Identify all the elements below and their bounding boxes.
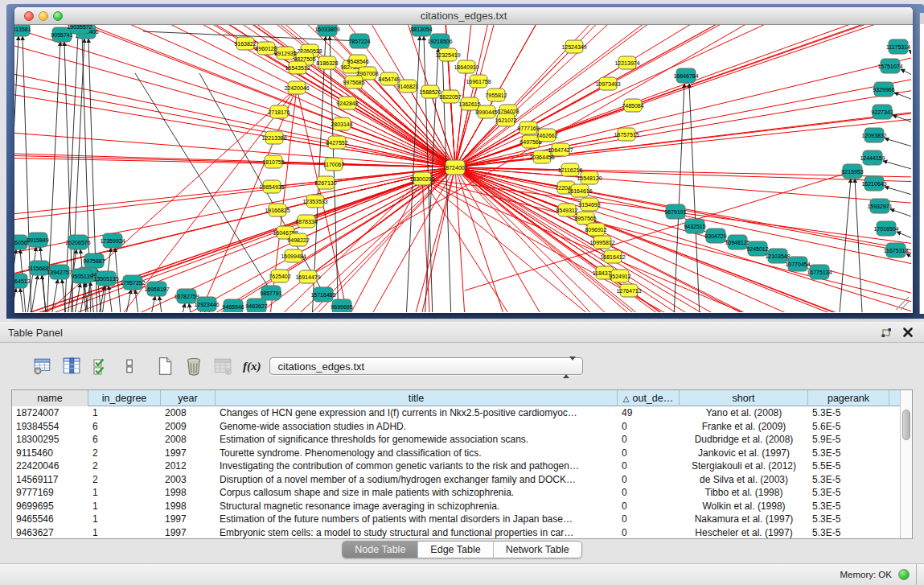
graph-node[interactable]: 17016504 xyxy=(873,221,898,236)
graph-node[interactable]: 12764713 xyxy=(616,284,641,297)
tab-network-table[interactable]: Network Table xyxy=(494,542,581,558)
graph-node[interactable]: 8878334 xyxy=(295,215,317,228)
graph-node[interactable]: 9465546 xyxy=(222,299,244,312)
graph-node[interactable]: 19654935 xyxy=(259,180,284,193)
graph-node[interactable]: 1170067 xyxy=(323,158,345,171)
scrollbar-thumb[interactable] xyxy=(902,410,910,440)
graph-node[interactable]: 8427552 xyxy=(326,136,347,149)
graph-node[interactable]: 16099484 xyxy=(281,249,306,262)
table-row[interactable]: 969969511998Structural magnetic resonanc… xyxy=(12,500,900,513)
graph-node[interactable]: 9146821 xyxy=(396,80,418,93)
tab-edge-table[interactable]: Edge Table xyxy=(418,542,493,558)
graph-node[interactable]: 9163822 xyxy=(234,37,256,50)
graph-node[interactable]: 18300295 xyxy=(409,172,434,185)
graph-node[interactable]: 8186328 xyxy=(316,56,338,69)
graph-node[interactable]: 10973493 xyxy=(595,77,620,90)
graph-node[interactable]: 9548546 xyxy=(347,55,368,68)
graph-node[interactable]: 13505135 xyxy=(93,271,118,286)
network-canvas[interactable]: 9055741206914069313581190355721603380988… xyxy=(14,25,911,312)
table-settings-icon[interactable] xyxy=(31,354,55,378)
graph-node[interactable]: 9975887 xyxy=(83,253,105,268)
graph-node[interactable]: 8267130 xyxy=(314,176,336,189)
graph-node[interactable]: 9975685 xyxy=(343,76,364,89)
function-builder-icon[interactable]: f(x) xyxy=(243,360,261,373)
column-header-title[interactable]: title xyxy=(216,390,618,406)
graph-node[interactable]: 9699695 xyxy=(331,299,352,312)
graph-node[interactable]: 19166825 xyxy=(265,204,290,216)
network-window[interactable]: citations_edges.txt 90557412069140693135… xyxy=(14,7,913,313)
graph-node[interactable]: 9242848 xyxy=(336,97,358,109)
graph-node[interactable]: 1810755 xyxy=(262,155,284,168)
graph-node[interactable]: 16961758 xyxy=(466,75,491,88)
row-height-icon[interactable] xyxy=(117,354,142,378)
graph-node[interactable]: 8915849 xyxy=(27,233,48,247)
graph-node[interactable]: 8813054 xyxy=(410,25,432,36)
graph-node[interactable]: 13942757 xyxy=(47,265,72,279)
graph-node[interactable]: 9313581 xyxy=(14,25,31,36)
show-columns-icon[interactable] xyxy=(60,354,84,378)
graph-node[interactable]: 7857224 xyxy=(348,34,370,48)
graph-node[interactable]: 17957252 xyxy=(120,275,145,290)
graph-node[interactable]: 11675318 xyxy=(884,243,909,257)
graph-node[interactable]: 2803144 xyxy=(331,117,352,130)
table-row[interactable]: 946554611997Estimation of the future num… xyxy=(12,513,900,526)
graph-node[interactable]: 17359924 xyxy=(100,233,125,248)
delete-table-icon[interactable] xyxy=(211,354,235,378)
graph-node[interactable]: 16164616 xyxy=(567,184,592,197)
table-row[interactable]: 2242004622012Investigating the contribut… xyxy=(12,459,900,473)
graph-node[interactable]: 11175314 xyxy=(886,39,910,54)
graph-node[interactable]: 16648784 xyxy=(673,68,698,83)
network-window-titlebar[interactable]: citations_edges.txt xyxy=(14,7,913,25)
graph-node[interactable]: 9498222 xyxy=(287,233,309,246)
graph-node[interactable]: 16210643 xyxy=(861,176,886,191)
graph-node[interactable]: 9505139 xyxy=(71,269,92,283)
graph-node[interactable]: 9329966 xyxy=(873,82,894,97)
select-columns-icon[interactable] xyxy=(88,354,113,378)
close-panel-icon[interactable] xyxy=(901,326,914,339)
table-row[interactable]: 1938455462009Genome-wide association stu… xyxy=(12,420,900,434)
graph-node[interactable]: 16543512 xyxy=(285,61,310,74)
new-column-icon[interactable] xyxy=(153,354,177,378)
graph-node[interactable]: 12213974 xyxy=(614,56,639,69)
graph-node[interactable]: 2718176 xyxy=(268,105,290,118)
graph-node[interactable]: 9524912 xyxy=(609,270,630,282)
graph-node[interactable]: 15716485 xyxy=(310,287,335,302)
table-row[interactable]: 1830029562008Estimation of significance … xyxy=(12,433,900,447)
graph-node[interactable]: 18724007 xyxy=(442,160,467,175)
table-row[interactable]: 911546021997Tourette syndrome. Phenomeno… xyxy=(12,447,900,460)
graph-node[interactable]: 12325419 xyxy=(435,48,460,61)
graph-node[interactable]: 20206576 xyxy=(65,235,90,249)
table-row[interactable]: 1456911722003Disruption of a novel membe… xyxy=(12,473,900,487)
column-header-name[interactable]: name xyxy=(12,390,88,406)
table-selector[interactable]: citations_edges.txt xyxy=(269,357,583,375)
graph-node[interactable]: 9679191 xyxy=(664,204,686,219)
graph-node[interactable]: 12764513 xyxy=(14,274,31,288)
graph-node[interactable]: 8096912 xyxy=(585,223,606,236)
graph-node[interactable]: 7955812 xyxy=(485,89,507,101)
delete-column-icon[interactable] xyxy=(182,354,206,378)
graph-node[interactable]: 22420046 xyxy=(284,81,309,94)
graph-node[interactable]: 18640910 xyxy=(454,60,478,73)
graph-node[interactable]: 8215953 xyxy=(841,164,863,179)
graph-node[interactable]: 9227343 xyxy=(871,105,893,119)
graph-node[interactable]: 12444159 xyxy=(860,150,885,165)
graph-node[interactable]: 9154693 xyxy=(578,198,600,211)
graph-node[interactable]: 12093832 xyxy=(861,128,886,142)
graph-node[interactable]: 1588520 xyxy=(419,85,441,98)
graph-node[interactable]: 16775134 xyxy=(807,265,832,279)
graph-node[interactable]: 16816412 xyxy=(600,250,625,263)
graph-node[interactable]: 10647427 xyxy=(548,143,573,156)
table-row[interactable]: 1872400712008Changes of HCN gene express… xyxy=(12,406,900,420)
graph-node[interactable]: 9432515 xyxy=(684,219,705,233)
graph-node[interactable]: 1621072 xyxy=(495,113,516,126)
tab-node-table[interactable]: Node Table xyxy=(343,542,418,558)
graph-node[interactable]: 16914479 xyxy=(295,270,320,283)
memory-indicator[interactable] xyxy=(898,569,910,580)
column-header-year[interactable]: year xyxy=(161,390,216,406)
graph-node[interactable]: 16958197 xyxy=(144,282,169,296)
graph-node[interactable]: 12524349 xyxy=(561,40,586,53)
float-panel-icon[interactable] xyxy=(881,326,893,339)
column-header-in-degree[interactable]: in_degree xyxy=(88,390,161,406)
graph-node[interactable]: 15548120 xyxy=(577,171,602,184)
graph-node[interactable]: 19035572 xyxy=(67,25,92,34)
